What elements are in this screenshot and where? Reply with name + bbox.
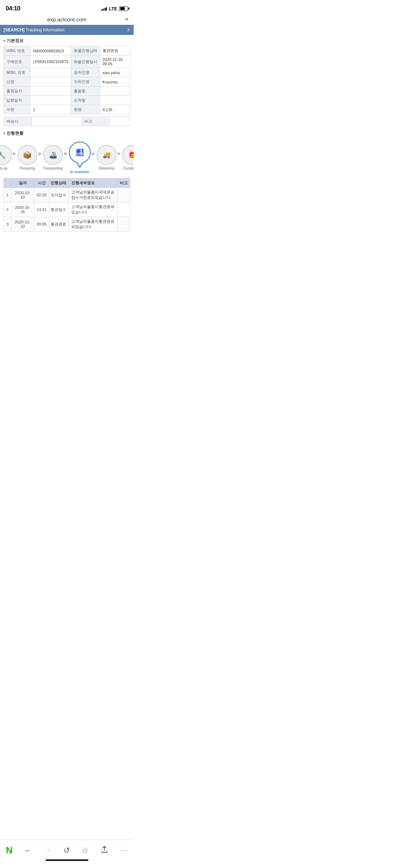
table-row: 출항일자 출발항 (4, 87, 130, 96)
browser-close-button[interactable]: × (125, 16, 129, 23)
incustoms-label: In customs (70, 170, 89, 174)
delivering-icon-wrap: 🚚 (97, 145, 117, 165)
row-time: 09:05 (34, 217, 49, 232)
note-value (110, 117, 130, 126)
shipper-label: 송하인명 (71, 68, 100, 77)
progress-table: 일자 시간 진행상태 진행세부정보 비고 1 2020-10-10 02:23 … (4, 178, 130, 232)
row-status: 통관완료 (49, 217, 68, 232)
qty-value: 1 (30, 105, 71, 114)
arrow-4: ▶ (91, 151, 97, 156)
page-content: [SEARCH] Tracking Information × 기본정보 H/B… (0, 25, 134, 276)
incustoms-pin: 🛃 (69, 141, 91, 169)
row-num: 1 (4, 188, 11, 202)
carrier-value (31, 117, 82, 126)
completion-icon: 🎁 (128, 151, 134, 159)
col-status: 진행상태 (49, 179, 68, 188)
transporting-icon: 🚢 (49, 151, 57, 159)
departure-date-label: 출항일자 (4, 87, 30, 96)
table-row: 구매번호 LP00411062193873 화물진행일시 2020-11-10 … (4, 56, 130, 68)
tracking-header: [SEARCH] Tracking Information × (0, 25, 134, 35)
order-no-label: 구매번호 (4, 56, 30, 68)
delivering-icon: 🚚 (103, 151, 110, 159)
consignee-label: 수하인명 (71, 77, 100, 87)
row-detail: 고객님의물품이국제운송접수가완료되었습니다. (68, 188, 117, 202)
arrival-port-value (100, 96, 130, 105)
basic-info-title: 기본정보 (4, 38, 130, 44)
incustoms-icon-wrap: 🛃 (69, 141, 91, 164)
vessel-label: 신명 (4, 77, 30, 87)
progress-title: 진행현황 (4, 130, 130, 136)
step-delivering: 🚚 Delivering (97, 145, 117, 170)
weight-value: 0.135 (100, 105, 130, 114)
progress-steps: 🔧 Pick up ▶ 📦 Preparing ▶ 🚢 Transporting (4, 139, 130, 175)
arrival-port-label: 도착항 (71, 96, 100, 105)
table-row: 3 2020-11-10 09:05 통관완료 고객님의물품이통관완료되었습니다… (4, 217, 130, 232)
incustoms-icon: 🛃 (76, 149, 84, 156)
note-label: 비고 (82, 117, 110, 126)
basic-info-table: H/B/L 번호 N0000000829523 화물진행상태 통관완료 구매번호… (4, 46, 130, 114)
pickup-icon-wrap: 🔧 (0, 145, 12, 165)
arrival-date-value (30, 96, 71, 105)
row-detail: 고객님의물품이통관완료되었습니다. (68, 217, 117, 232)
step-pickup: 🔧 Pick up (0, 145, 12, 170)
carrier-table: 배송사 비고 (4, 117, 130, 126)
arrow-2: ▶ (37, 151, 43, 156)
arrow-5: ▶ (117, 151, 122, 156)
delivering-label: Delivering (98, 166, 114, 170)
preparing-label: Preparing (20, 166, 35, 170)
tracking-header-title: [SEARCH] Tracking Information (4, 27, 65, 32)
vessel-value (30, 77, 71, 87)
hbl-value: N0000000829523 (30, 46, 71, 56)
preparing-icon: 📦 (23, 151, 32, 159)
preparing-icon-wrap: 📦 (17, 145, 37, 165)
cargo-status-value: 통관완료 (100, 46, 130, 56)
step-incustoms: 🛃 In customs (69, 141, 91, 174)
transporting-icon-wrap: 🚢 (43, 145, 63, 165)
completion-label: Completion (123, 166, 134, 170)
step-transporting: 🚢 Transporting (43, 145, 63, 170)
row-note (117, 217, 130, 232)
shipper-value: xiao yahui (100, 68, 130, 77)
row-num: 2 (4, 202, 11, 217)
status-time: 04:10 (6, 5, 20, 12)
status-bar: 04:10 LTE (0, 0, 134, 14)
consignee-value: Koyunsu (100, 77, 130, 87)
status-right: LTE (101, 6, 128, 11)
browser-url[interactable]: exp.actcore.com (47, 16, 86, 22)
transporting-label: Transporting (43, 166, 63, 170)
completion-icon-wrap: 🎁 (122, 145, 134, 165)
cargo-date-value: 2020-11-10 09:05 (100, 56, 130, 68)
browser-bar: exp.actcore.com × (0, 14, 134, 25)
departure-date-value (30, 87, 71, 96)
row-note (117, 202, 130, 217)
row-detail: 고객님의물품이통관중에있습니다. (68, 202, 117, 217)
row-time: 02:23 (34, 188, 49, 202)
pickup-label: Pick up (0, 166, 7, 170)
row-date: 2020-10-26 (11, 202, 34, 217)
tracking-close-button[interactable]: × (127, 27, 130, 33)
lte-label: LTE (109, 6, 117, 11)
qty-label: 수량 (4, 105, 30, 114)
mbl-label: M/B/L 번호 (4, 68, 30, 77)
col-time: 시간 (34, 179, 49, 188)
col-date: 일자 (11, 179, 34, 188)
cargo-status-label: 화물진행상태 (71, 46, 100, 56)
table-row: 입항일자 도착항 (4, 96, 130, 105)
table-row: 1 2020-10-10 02:23 오더접수 고객님의물품이국제운송접수가완료… (4, 188, 130, 202)
col-num (4, 179, 11, 188)
order-no-value: LP00411062193873 (30, 56, 71, 68)
hbl-label: H/B/L 번호 (4, 46, 30, 56)
arrow-1: ▶ (12, 151, 17, 156)
carrier-label: 배송사 (4, 117, 32, 126)
col-note: 비고 (117, 179, 130, 188)
table-row: 수량 1 중량 0.135 (4, 105, 130, 114)
table-row: 신명 수하인명 Koyunsu (4, 77, 130, 87)
row-status: 오더접수 (49, 188, 68, 202)
table-row: H/B/L 번호 N0000000829523 화물진행상태 통관완료 (4, 46, 130, 56)
departure-port-value (100, 87, 130, 96)
step-completion: 🎁 Completion (122, 145, 134, 170)
arrow-3: ▶ (63, 151, 69, 156)
departure-port-label: 출발항 (71, 87, 100, 96)
table-row: 2 2020-10-26 13:31 통관접수 고객님의물품이통관중에있습니다. (4, 202, 130, 217)
mbl-value (30, 68, 71, 77)
